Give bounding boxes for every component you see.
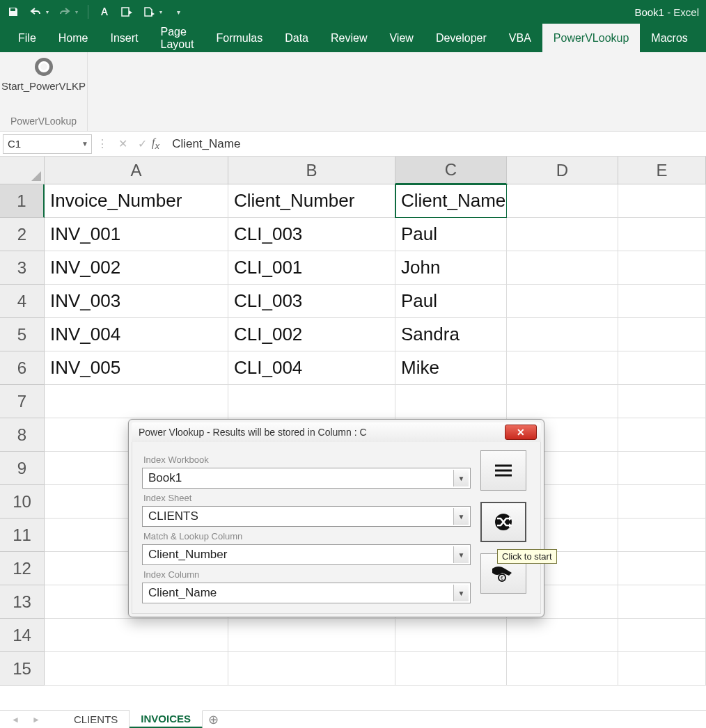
tab-developer[interactable]: Developer <box>425 24 498 52</box>
row-header-11[interactable]: 11 <box>0 519 45 552</box>
row-header-14[interactable]: 14 <box>0 619 45 652</box>
cell-B4[interactable]: CLI_003 <box>228 285 395 318</box>
new-sheet-button[interactable]: ⊕ <box>203 712 223 727</box>
tab-view[interactable]: View <box>378 24 424 52</box>
cell-B1[interactable]: Client_Number <box>228 184 395 218</box>
chevron-down-icon[interactable]: ▼ <box>453 546 469 563</box>
row-header-2[interactable]: 2 <box>0 218 45 251</box>
cell-D4[interactable] <box>507 285 618 318</box>
cell-E1[interactable] <box>618 184 706 218</box>
cell-E15[interactable] <box>618 652 706 686</box>
cell-B2[interactable]: CLI_003 <box>228 218 395 251</box>
chevron-down-icon[interactable]: ▼ <box>453 585 469 601</box>
cell-D14[interactable] <box>507 619 618 652</box>
row-header-13[interactable]: 13 <box>0 585 45 619</box>
tab-review[interactable]: Review <box>320 24 378 52</box>
cell-A3[interactable]: INV_002 <box>45 251 228 285</box>
cell-B6[interactable]: CLI_004 <box>228 351 395 385</box>
export-dropdown-icon[interactable]: ▾ <box>159 9 162 15</box>
chevron-down-icon[interactable]: ▼ <box>81 140 88 148</box>
cell-A1[interactable]: Invoice_Number <box>45 184 228 218</box>
dialog-titlebar[interactable]: Power Vlookup - Results will be stored i… <box>132 422 541 442</box>
cell-E5[interactable] <box>618 318 706 351</box>
sheet-tab-clients[interactable]: CLIENTS <box>63 711 130 729</box>
cell-A14[interactable] <box>45 619 228 652</box>
column-header-C[interactable]: C <box>395 157 507 184</box>
qat-customize-icon[interactable]: ▾ <box>172 6 185 18</box>
row-header-8[interactable]: 8 <box>0 418 45 452</box>
tab-powe[interactable]: Powe <box>699 24 706 52</box>
fx-icon[interactable]: fx <box>152 136 159 151</box>
cell-A4[interactable]: INV_003 <box>45 285 228 318</box>
cell-C6[interactable]: Mike <box>395 351 507 385</box>
cell-D1[interactable] <box>507 184 618 218</box>
combo-index-sheet[interactable]: CLIENTS ▼ <box>142 506 471 527</box>
font-style-icon[interactable] <box>98 6 111 18</box>
column-header-A[interactable]: A <box>45 157 228 184</box>
cell-A2[interactable]: INV_001 <box>45 218 228 251</box>
combo-index-workbook[interactable]: Book1 ▼ <box>142 468 471 489</box>
cell-B7[interactable] <box>228 385 395 418</box>
tab-formulas[interactable]: Formulas <box>205 24 274 52</box>
cell-E9[interactable] <box>618 452 706 485</box>
tab-page-layout[interactable]: Page Layout <box>149 24 205 52</box>
cell-A6[interactable]: INV_005 <box>45 351 228 385</box>
cell-E10[interactable] <box>618 485 706 519</box>
cell-D5[interactable] <box>507 318 618 351</box>
chevron-left-icon[interactable]: ◄ <box>11 715 19 725</box>
row-header-6[interactable]: 6 <box>0 351 45 385</box>
cell-B5[interactable]: CLI_002 <box>228 318 395 351</box>
cell-C1[interactable]: Client_Name <box>395 184 507 218</box>
cell-A7[interactable] <box>45 385 228 418</box>
close-button[interactable]: ✕ <box>505 425 537 440</box>
name-box[interactable]: C1 ▼ <box>3 134 92 154</box>
cell-C2[interactable]: Paul <box>395 218 507 251</box>
start-powervlkp-button[interactable]: Start_PowerVLKP <box>1 58 86 92</box>
cell-D7[interactable] <box>507 385 618 418</box>
row-header-12[interactable]: 12 <box>0 552 45 585</box>
cell-C5[interactable]: Sandra <box>395 318 507 351</box>
tab-home[interactable]: Home <box>47 24 100 52</box>
undo-dropdown-icon[interactable]: ▾ <box>46 9 49 15</box>
row-header-10[interactable]: 10 <box>0 485 45 519</box>
tab-data[interactable]: Data <box>274 24 320 52</box>
cell-E3[interactable] <box>618 251 706 285</box>
row-header-4[interactable]: 4 <box>0 285 45 318</box>
cell-E4[interactable] <box>618 285 706 318</box>
cell-E12[interactable] <box>618 552 706 585</box>
column-header-D[interactable]: D <box>507 157 618 184</box>
sheet-nav-arrows[interactable]: ◄ ► <box>0 715 63 725</box>
cell-B14[interactable] <box>228 619 395 652</box>
cell-E8[interactable] <box>618 418 706 452</box>
row-header-9[interactable]: 9 <box>0 452 45 485</box>
tab-powervlookup[interactable]: PowerVLookup <box>542 24 641 52</box>
start-button[interactable] <box>480 502 526 542</box>
cell-B15[interactable] <box>228 652 395 686</box>
tab-insert[interactable]: Insert <box>99 24 149 52</box>
row-header-1[interactable]: 1 <box>0 184 45 218</box>
row-header-7[interactable]: 7 <box>0 385 45 418</box>
paste-icon[interactable] <box>120 6 133 18</box>
cell-A15[interactable] <box>45 652 228 686</box>
cell-C14[interactable] <box>395 619 507 652</box>
tab-file[interactable]: File <box>7 24 47 52</box>
cell-C3[interactable]: John <box>395 251 507 285</box>
cell-C4[interactable]: Paul <box>395 285 507 318</box>
cell-C7[interactable] <box>395 385 507 418</box>
formula-input[interactable] <box>168 134 706 154</box>
cell-B3[interactable]: CLI_001 <box>228 251 395 285</box>
save-icon[interactable] <box>7 6 19 18</box>
cell-E11[interactable] <box>618 519 706 552</box>
cell-D3[interactable] <box>507 251 618 285</box>
cell-D2[interactable] <box>507 218 618 251</box>
row-header-5[interactable]: 5 <box>0 318 45 351</box>
menu-button[interactable] <box>480 450 526 491</box>
cell-E2[interactable] <box>618 218 706 251</box>
select-all-corner[interactable] <box>0 157 45 184</box>
cell-D15[interactable] <box>507 652 618 686</box>
cell-C15[interactable] <box>395 652 507 686</box>
chevron-down-icon[interactable]: ▼ <box>453 470 469 486</box>
row-header-3[interactable]: 3 <box>0 251 45 285</box>
cell-E13[interactable] <box>618 585 706 619</box>
combo-index-column[interactable]: Client_Name ▼ <box>142 583 471 603</box>
